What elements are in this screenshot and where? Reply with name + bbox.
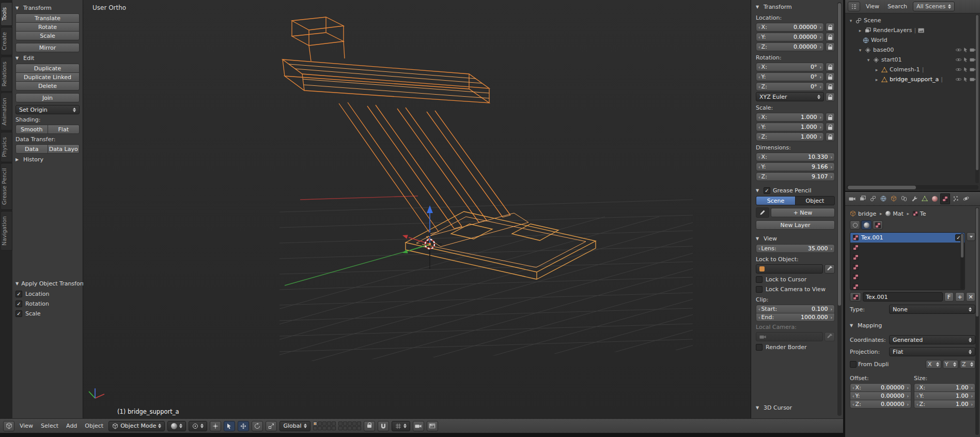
outliner-row-renderlayers[interactable]: ▸ RenderLayers | [846, 25, 979, 35]
tab-object[interactable] [889, 193, 898, 204]
texture-slot-empty[interactable] [850, 282, 965, 290]
manipulator-translate-toggle[interactable] [238, 421, 249, 431]
new-texture-button[interactable]: + [955, 292, 965, 302]
scene-lock-toggle[interactable] [364, 421, 375, 431]
viewport-3d[interactable]: User Ortho (1) bridge_support_a [83, 0, 751, 418]
selectability-pointer-icon[interactable] [963, 57, 968, 63]
data-transfer-button[interactable]: Data [15, 144, 48, 154]
breadcrumb-texture-label[interactable]: Te [920, 210, 926, 217]
texture-slot-specials-button[interactable] [967, 232, 975, 241]
offset-z-field[interactable]: ‹Z:0.00000› [850, 400, 911, 409]
layer-18[interactable] [348, 426, 352, 430]
render-border-checkbox[interactable] [756, 344, 763, 351]
location-x-lock-button[interactable] [826, 23, 835, 32]
layer-16[interactable] [338, 426, 343, 430]
breadcrumb-material-label[interactable]: Mat [893, 210, 904, 217]
tab-grease-pencil[interactable]: Grease Pencil [1, 163, 12, 210]
snap-toggle[interactable] [378, 421, 389, 431]
transform-panel-header[interactable]: ▼ Transform [15, 4, 80, 12]
texture-slot-active[interactable]: Tex.001 ✓ [850, 233, 965, 243]
delete-button[interactable]: Delete [15, 81, 80, 91]
menu-select[interactable]: Select [38, 423, 61, 429]
mode-dropdown[interactable]: Object Mode [108, 421, 165, 431]
tab-animation[interactable]: Animation [1, 93, 12, 131]
breadcrumb-object-label[interactable]: bridge [858, 210, 876, 217]
visibility-eye-icon[interactable] [955, 67, 962, 72]
lock-camera-checkbox[interactable] [756, 286, 763, 293]
viewport-shading-dropdown[interactable] [167, 421, 186, 431]
selectability-pointer-icon[interactable] [963, 77, 968, 82]
tab-create[interactable]: Create [1, 27, 12, 55]
tab-world[interactable] [878, 193, 888, 204]
apply-rotation-checkbox[interactable]: ✓ [15, 300, 22, 307]
npanel-transform-header[interactable]: ▼ Transform [756, 3, 835, 11]
texture-browse-button[interactable] [850, 292, 861, 302]
outliner-row-bridge-support[interactable]: ▸ bridge_support_a | [846, 74, 979, 84]
layer-14[interactable] [327, 426, 331, 430]
rotation-z-field[interactable]: ‹Z:0°› [756, 82, 824, 91]
projection-dropdown[interactable]: Flat [889, 347, 975, 356]
layer-10[interactable] [357, 421, 361, 426]
tab-physics[interactable] [961, 193, 971, 204]
location-z-field[interactable]: ‹Z:0.00000› [756, 42, 824, 51]
shade-flat-button[interactable]: Flat [48, 125, 80, 134]
lens-field[interactable]: ‹Lens:35.000› [756, 244, 835, 253]
join-button[interactable]: Join [15, 93, 80, 102]
tab-navigation[interactable]: Navigation [1, 211, 12, 251]
tab-texture[interactable] [940, 193, 950, 204]
outliner-editor-type-button[interactable] [848, 2, 860, 11]
gp-object-button[interactable]: Object [795, 196, 835, 205]
slot-list-scrollbar[interactable] [960, 233, 964, 289]
texture-context-material-button[interactable] [861, 220, 872, 230]
texture-type-dropdown[interactable]: None [889, 305, 975, 314]
menu-object[interactable]: Object [82, 423, 106, 429]
lock-to-cursor-checkbox[interactable] [756, 276, 763, 283]
menu-add[interactable]: Add [64, 423, 80, 429]
pivot-dropdown[interactable] [189, 421, 207, 431]
fake-user-button[interactable]: F [944, 292, 954, 302]
set-origin-menu[interactable]: Set Origin [15, 105, 80, 114]
scale-x-lock-button[interactable] [826, 113, 835, 122]
lock-to-object-field[interactable] [756, 264, 823, 274]
axis-z-dropdown[interactable]: Z [960, 360, 975, 369]
properties-scrollbar[interactable] [975, 207, 979, 435]
grease-pencil-checkbox[interactable]: ✓ [764, 187, 770, 194]
size-x-field[interactable]: ‹X:1.00› [914, 383, 975, 392]
editor-type-button[interactable] [3, 421, 14, 431]
layer-8[interactable] [348, 421, 352, 426]
rotation-mode-lock-button[interactable] [826, 93, 835, 101]
duplicate-linked-button[interactable]: Duplicate Linked [15, 72, 80, 82]
grease-pencil-panel-header[interactable]: ▼ ✓ Grease Pencil [756, 186, 835, 195]
eyedropper-button[interactable] [825, 264, 835, 274]
coordinates-dropdown[interactable]: Generated [889, 335, 975, 344]
data-layout-transfer-button[interactable]: Data Layo [48, 144, 80, 154]
selectability-pointer-icon[interactable] [963, 47, 968, 53]
tab-render[interactable] [847, 193, 857, 204]
wireframe-model[interactable] [283, 17, 596, 279]
scale-z-lock-button[interactable] [826, 132, 835, 141]
texture-slot-empty[interactable] [850, 252, 965, 262]
texture-slot-empty[interactable] [850, 243, 965, 252]
outliner-horizontal-scrollbar[interactable] [847, 185, 978, 190]
scale-button[interactable]: Scale [15, 31, 80, 40]
tab-object-data[interactable] [920, 193, 929, 204]
manipulator-rotate-toggle[interactable] [252, 421, 263, 431]
scale-z-field[interactable]: ‹Z:1.000› [756, 132, 824, 141]
texture-name-field[interactable] [863, 292, 943, 302]
location-y-lock-button[interactable] [826, 33, 835, 41]
scale-x-field[interactable]: ‹X:1.000› [756, 113, 824, 122]
apply-transform-panel-header[interactable]: ▼ Apply Object Transform [15, 279, 80, 288]
orientation-dropdown[interactable]: Global [279, 421, 310, 431]
rotation-y-field[interactable]: ‹Y:0°› [756, 72, 824, 81]
texture-slot-empty[interactable] [850, 272, 965, 282]
apply-location-checkbox[interactable]: ✓ [15, 291, 22, 297]
axis-x-dropdown[interactable]: X [926, 360, 941, 369]
edit-panel-header[interactable]: ▼ Edit [15, 54, 80, 63]
view-panel-header[interactable]: ▼ View [756, 234, 835, 243]
tab-tools[interactable]: Tools [1, 2, 12, 26]
translate-button[interactable]: Translate [15, 13, 80, 23]
layer-3[interactable] [322, 421, 326, 426]
dimension-z-field[interactable]: ‹Z:9.107› [756, 172, 835, 181]
gp-new-button[interactable]: + New [771, 208, 835, 217]
axis-y-dropdown[interactable]: Y [943, 360, 958, 369]
